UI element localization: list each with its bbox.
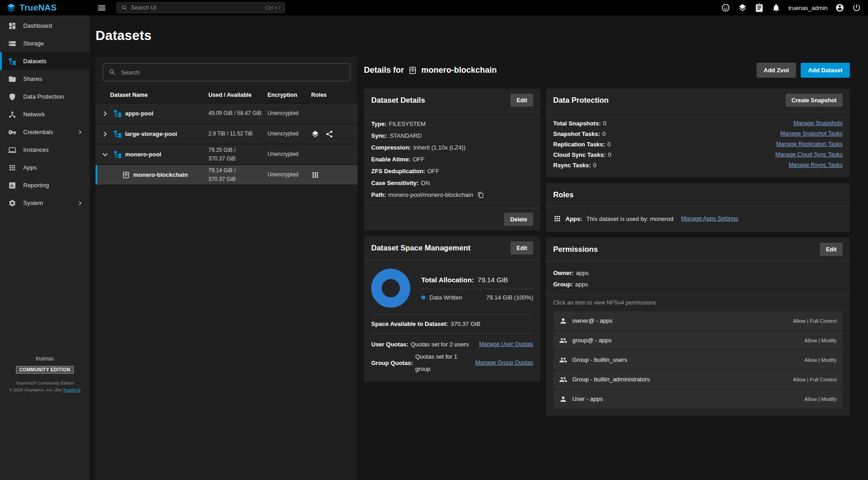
manage-snapshots-link[interactable]: Manage Snapshots — [793, 118, 843, 129]
delete-dataset-button[interactable]: Delete — [504, 213, 533, 226]
permissions-card: Permissions Edit Owner: apps Group: — [546, 238, 850, 416]
pool-tree-icon — [113, 109, 122, 118]
create-snapshot-button[interactable]: Create Snapshot — [786, 94, 843, 107]
edit-space-button[interactable]: Edit — [510, 241, 533, 255]
footer-truenas-link[interactable]: TrueNAS — [63, 387, 81, 392]
manage-group-quotas-link[interactable]: Manage Group Quotas — [475, 357, 533, 369]
used-available: 79.14 GiB / 370.37 GiB — [208, 166, 248, 183]
edit-permissions-button[interactable]: Edit — [820, 243, 843, 256]
topbar: TrueNAS Ctrl + / truenas_admin — [0, 0, 868, 15]
table-header: Dataset Name Used / Available Encryption… — [96, 87, 358, 104]
collapse-chevron-down-icon[interactable] — [100, 150, 110, 160]
smiley-icon — [721, 3, 730, 12]
manage-replication-tasks-link[interactable]: Manage Replication Tasks — [776, 139, 843, 150]
user-menu-button[interactable] — [835, 3, 844, 12]
dataset-row-apps-pool[interactable]: apps-pool 49.09 GiB / 58.47 GiB Unencryp… — [96, 104, 358, 124]
sidebar-item-reporting[interactable]: Reporting — [0, 176, 90, 194]
details-title-prefix: Details for — [364, 65, 404, 75]
feedback-button[interactable] — [721, 3, 730, 12]
truenas-logo[interactable]: TrueNAS — [0, 3, 90, 13]
ace-item-owner[interactable]: owner@ - apps Allow | Full Control — [553, 311, 843, 330]
expand-chevron-right-icon[interactable] — [100, 129, 110, 139]
dataset-search-input[interactable] — [121, 69, 344, 76]
card-title: Permissions — [553, 245, 598, 254]
person-icon — [559, 395, 567, 403]
power-button[interactable] — [852, 3, 861, 12]
jobs-button[interactable] — [755, 3, 764, 12]
dataset-row-monero-blockchain[interactable]: monero-blockchain 79.14 GiB / 370.37 GiB… — [96, 165, 358, 185]
username[interactable]: truenas_admin — [788, 5, 828, 11]
ace-item-user-apps[interactable]: User - apps Allow | Modify — [553, 390, 843, 408]
gear-icon — [8, 199, 16, 207]
expand-chevron-right-icon[interactable] — [100, 109, 110, 119]
sidebar-item-apps[interactable]: Apps — [0, 159, 90, 176]
field-compression: Compression: Inherit (1.10x (LZ4)) — [371, 142, 533, 154]
details-header: Details for monero-blockchain Add Zvol A… — [364, 63, 850, 78]
field-path: Path: monero-pool/monero-blockchain — [371, 189, 533, 201]
dataset-search[interactable] — [103, 63, 350, 81]
dataset-name: large-storage-pool — [125, 130, 177, 137]
menu-toggle-button[interactable] — [97, 3, 106, 13]
global-search-input[interactable] — [131, 5, 262, 11]
data-protection-card: Data Protection Create Snapshot Total Sn… — [546, 89, 850, 177]
edit-dataset-details-button[interactable]: Edit — [510, 94, 533, 107]
dp-row-cloud-sync-tasks: Cloud Sync Tasks: 0 Manage Cloud Sync Ta… — [553, 150, 843, 160]
datasets-icon — [8, 57, 16, 65]
manage-apps-settings-link[interactable]: Manage Apps Settings — [681, 215, 738, 222]
pool-tree-icon — [113, 130, 122, 138]
main-content: Datasets Dataset Name Used / Available E… — [90, 15, 868, 480]
legend-dot — [421, 295, 425, 300]
sidebar-item-network[interactable]: Network — [0, 105, 90, 123]
column-header-name: Dataset Name — [110, 92, 208, 98]
dataset-details-card: Dataset Details Edit Type: FILESYSTEM Sy… — [364, 89, 540, 230]
add-zvol-button[interactable]: Add Zvol — [757, 63, 797, 78]
sidebar-item-shares[interactable]: Shares — [0, 70, 90, 88]
space-available: Space Available to Dataset: 370.37 GiB — [371, 315, 533, 334]
dataset-row-monero-pool[interactable]: monero-pool 79.25 GiB / 370.37 GiB Unenc… — [96, 145, 358, 165]
dataset-row-large-storage-pool[interactable]: large-storage-pool 2.9 TiB / 11.52 TiB U… — [96, 124, 358, 145]
roles-apps-row: Apps: This dataset is used by: monerod M… — [553, 212, 843, 225]
apps-grid-icon — [8, 164, 16, 172]
global-search[interactable]: Ctrl + / — [116, 2, 285, 13]
apps-stack-button[interactable] — [738, 3, 747, 12]
apps-grid-icon — [553, 215, 561, 223]
group-quotas-row: Group Quotas: Quotas set for 1 group Man… — [371, 350, 533, 375]
dataset-name: monero-blockchain — [133, 171, 188, 178]
bar-chart-icon — [8, 181, 16, 190]
dataset-tree-panel: Dataset Name Used / Available Encryption… — [96, 57, 358, 480]
manage-cloud-sync-tasks-link[interactable]: Manage Cloud Sync Tasks — [775, 150, 843, 160]
sidebar-item-system[interactable]: System — [0, 194, 90, 212]
field-sync: Sync: STANDARD — [371, 130, 533, 142]
card-title: Dataset Details — [371, 96, 425, 105]
details-dataset-name: monero-blockchain — [421, 65, 497, 75]
manage-snapshot-tasks-link[interactable]: Manage Snapshot Tasks — [780, 129, 843, 139]
add-dataset-button[interactable]: Add Dataset — [801, 63, 850, 78]
sidebar-item-credentials[interactable]: Credentials — [0, 123, 90, 141]
copy-path-button[interactable] — [478, 192, 484, 198]
sidebar-item-dashboard[interactable]: Dashboard — [0, 17, 90, 35]
apps-role-grid-icon — [311, 171, 319, 179]
ace-item-builtin-users[interactable]: Group - builtin_users Allow | Modify — [553, 350, 843, 369]
used-available: 49.09 GiB / 58.47 GiB — [208, 109, 267, 118]
sidebar-item-datasets[interactable]: Datasets — [0, 52, 90, 70]
ace-item-group[interactable]: group@ - apps Allow | Modify — [553, 331, 843, 350]
search-shortcut-hint: Ctrl + / — [265, 5, 280, 10]
shield-icon — [8, 93, 16, 101]
manage-rsync-tasks-link[interactable]: Manage Rsync Tasks — [788, 160, 843, 170]
total-allocation: Total Allocation: 79.14 GiB — [421, 276, 533, 289]
dp-row-replication-tasks: Replication Tasks: 0 Manage Replication … — [553, 139, 843, 150]
network-icon — [8, 110, 16, 119]
manage-user-quotas-link[interactable]: Manage User Quotas — [479, 338, 533, 350]
sidebar: Dashboard Storage Datasets Shares Data P… — [0, 15, 90, 480]
alerts-button[interactable] — [772, 3, 781, 12]
storage-icon — [8, 40, 16, 48]
ace-item-builtin-administrators[interactable]: Group - builtin_administrators Allow | F… — [553, 370, 843, 389]
encryption-status: Unencrypted — [267, 130, 311, 138]
hostname: truenas — [0, 355, 90, 362]
column-header-used: Used / Available — [208, 92, 267, 98]
sidebar-item-storage[interactable]: Storage — [0, 35, 90, 52]
hamburger-icon — [97, 3, 106, 13]
sidebar-item-data-protection[interactable]: Data Protection — [0, 88, 90, 105]
search-icon — [121, 5, 128, 11]
sidebar-item-instances[interactable]: Instances — [0, 141, 90, 159]
